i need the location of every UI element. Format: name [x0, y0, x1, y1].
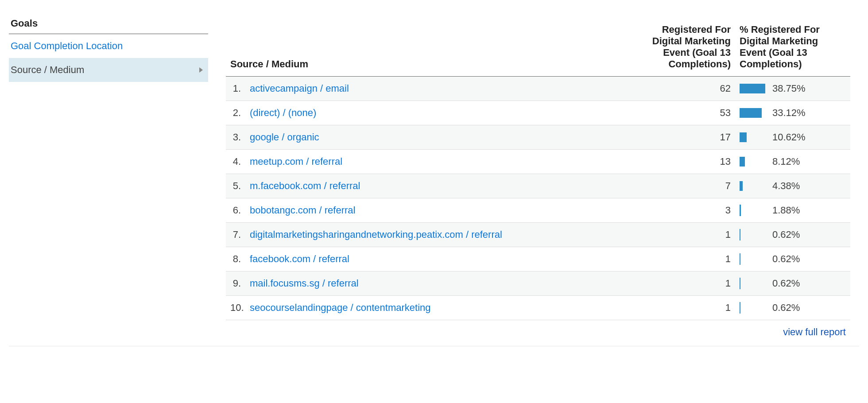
pct-bar — [740, 302, 740, 314]
source-medium-link[interactable]: digitalmarketingsharingandnetworking.pea… — [250, 229, 502, 240]
source-medium-link[interactable]: m.facebook.com / referral — [250, 180, 360, 191]
pct-label: 1.88% — [772, 205, 800, 216]
row-source-medium: m.facebook.com / referral — [245, 174, 647, 198]
row-completion-count: 53 — [647, 101, 735, 125]
row-source-medium: facebook.com / referral — [245, 247, 647, 271]
table-row: 10.seocourselandingpage / contentmarketi… — [226, 296, 850, 320]
sidebar-item-goal-completion-location[interactable]: Goal Completion Location — [9, 34, 208, 58]
table-row: 1.activecampaign / email6238.75% — [226, 77, 850, 101]
row-completion-count: 1 — [647, 247, 735, 271]
row-completion-pct: 4.38% — [735, 174, 850, 198]
source-medium-link[interactable]: (direct) / (none) — [250, 107, 316, 118]
report-main: Source / Medium Registered For Digital M… — [226, 18, 859, 338]
header-goal-completions[interactable]: Registered For Digital Marketing Event (… — [647, 18, 735, 77]
row-completion-count: 3 — [647, 198, 735, 223]
row-completion-count: 13 — [647, 150, 735, 174]
row-source-medium: digitalmarketingsharingandnetworking.pea… — [245, 223, 647, 247]
source-medium-link[interactable]: seocourselandingpage / contentmarketing — [250, 302, 431, 313]
pct-bar — [740, 253, 740, 265]
row-source-medium: (direct) / (none) — [245, 101, 647, 125]
sidebar-item-source-medium[interactable]: Source / Medium — [9, 58, 208, 82]
table-row: 8.facebook.com / referral10.62% — [226, 247, 850, 271]
row-source-medium: bobotangc.com / referral — [245, 198, 647, 223]
row-completion-pct: 0.62% — [735, 223, 850, 247]
source-medium-link[interactable]: mail.focusms.sg / referral — [250, 278, 359, 289]
table-row: 7.digitalmarketingsharingandnetworking.p… — [226, 223, 850, 247]
sidebar-title: Goals — [9, 18, 208, 34]
row-completion-pct: 38.75% — [735, 77, 850, 101]
row-completion-pct: 1.88% — [735, 198, 850, 223]
table-header-row: Source / Medium Registered For Digital M… — [226, 18, 850, 77]
view-full-report-link[interactable]: view full report — [783, 326, 846, 337]
header-source-medium[interactable]: Source / Medium — [226, 18, 647, 77]
row-rank: 6. — [226, 198, 245, 223]
row-rank: 10. — [226, 296, 245, 320]
table-row: 9.mail.focusms.sg / referral10.62% — [226, 271, 850, 296]
row-completion-count: 62 — [647, 77, 735, 101]
row-rank: 9. — [226, 271, 245, 296]
row-completion-pct: 33.12% — [735, 101, 850, 125]
row-completion-count: 1 — [647, 271, 735, 296]
table-row: 6.bobotangc.com / referral31.88% — [226, 198, 850, 223]
row-rank: 4. — [226, 150, 245, 174]
pct-bar — [740, 229, 740, 240]
pct-bar — [740, 84, 765, 93]
source-medium-link[interactable]: bobotangc.com / referral — [250, 205, 355, 216]
pct-bar — [740, 132, 747, 142]
row-completion-count: 1 — [647, 223, 735, 247]
row-source-medium: meetup.com / referral — [245, 150, 647, 174]
row-completion-pct: 0.62% — [735, 271, 850, 296]
report-table: Source / Medium Registered For Digital M… — [226, 18, 850, 320]
row-completion-count: 17 — [647, 125, 735, 150]
pct-label: 0.62% — [772, 229, 800, 240]
table-row: 2.(direct) / (none)5333.12% — [226, 101, 850, 125]
pct-label: 4.38% — [772, 180, 800, 192]
source-medium-link[interactable]: google / organic — [250, 132, 319, 143]
sidebar-item-label: Goal Completion Location — [11, 40, 123, 52]
header-goal-completions-pct[interactable]: % Registered For Digital Marketing Event… — [735, 18, 850, 77]
row-completion-pct: 0.62% — [735, 247, 850, 271]
pct-label: 33.12% — [772, 107, 806, 119]
pct-label: 8.12% — [772, 156, 800, 167]
row-completion-count: 7 — [647, 174, 735, 198]
source-medium-link[interactable]: facebook.com / referral — [250, 253, 349, 264]
pct-bar — [740, 278, 740, 289]
row-completion-pct: 0.62% — [735, 296, 850, 320]
sidebar-item-label: Source / Medium — [11, 64, 84, 76]
row-source-medium: activecampaign / email — [245, 77, 647, 101]
table-row: 3.google / organic1710.62% — [226, 125, 850, 150]
row-source-medium: mail.focusms.sg / referral — [245, 271, 647, 296]
chevron-right-icon — [199, 67, 203, 73]
pct-bar — [740, 108, 762, 118]
table-row: 4.meetup.com / referral138.12% — [226, 150, 850, 174]
bottom-divider — [9, 346, 859, 346]
row-source-medium: seocourselandingpage / contentmarketing — [245, 296, 647, 320]
row-rank: 5. — [226, 174, 245, 198]
row-rank: 2. — [226, 101, 245, 125]
row-completion-pct: 8.12% — [735, 150, 850, 174]
pct-bar — [740, 181, 743, 191]
row-rank: 1. — [226, 77, 245, 101]
pct-label: 0.62% — [772, 302, 800, 314]
sidebar: Goals Goal Completion Location Source / … — [9, 18, 208, 338]
row-rank: 8. — [226, 247, 245, 271]
pct-bar — [740, 205, 741, 216]
source-medium-link[interactable]: activecampaign / email — [250, 83, 349, 94]
pct-label: 10.62% — [772, 132, 806, 143]
source-medium-link[interactable]: meetup.com / referral — [250, 156, 342, 167]
table-row: 5.m.facebook.com / referral74.38% — [226, 174, 850, 198]
row-completion-pct: 10.62% — [735, 125, 850, 150]
row-source-medium: google / organic — [245, 125, 647, 150]
pct-bar — [740, 157, 745, 167]
pct-label: 0.62% — [772, 278, 800, 289]
row-completion-count: 1 — [647, 296, 735, 320]
pct-label: 38.75% — [772, 83, 806, 94]
pct-label: 0.62% — [772, 253, 800, 265]
row-rank: 3. — [226, 125, 245, 150]
row-rank: 7. — [226, 223, 245, 247]
